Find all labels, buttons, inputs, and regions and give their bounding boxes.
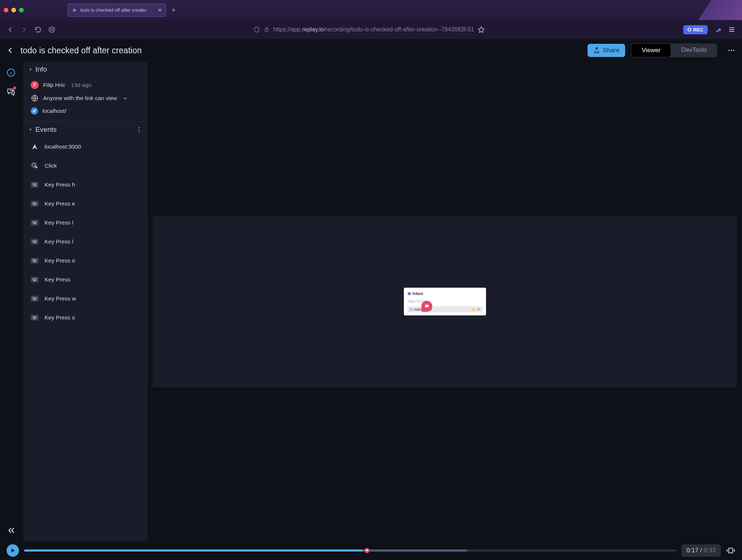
url-bar[interactable]: https://app.replay.io/recording/todo-is-… xyxy=(62,23,677,36)
view-toggle: Viewer DevTools xyxy=(631,43,717,57)
svg-rect-43 xyxy=(35,240,35,241)
event-label: Key Press w xyxy=(45,295,76,302)
reload-icon[interactable] xyxy=(34,26,42,33)
svg-rect-16 xyxy=(35,183,35,184)
events-section-header[interactable]: ▼ Events xyxy=(23,122,148,137)
maximize-window-button[interactable] xyxy=(19,8,24,12)
window-controls xyxy=(4,8,24,12)
author-name: Filip Hric xyxy=(43,82,65,88)
svg-rect-61 xyxy=(35,278,35,279)
sidebar-toggle-icon[interactable] xyxy=(48,26,56,33)
recording-url: localhost/ xyxy=(42,108,66,114)
focus-mode-button[interactable] xyxy=(726,546,735,555)
svg-rect-73 xyxy=(34,298,34,299)
svg-rect-33 xyxy=(34,221,34,222)
svg-rect-18 xyxy=(32,184,33,185)
comment-marker-icon[interactable] xyxy=(421,301,432,312)
recording-title: todo is checked off after creation xyxy=(20,46,582,55)
event-row[interactable]: Key Press xyxy=(23,270,148,289)
svg-rect-49 xyxy=(33,242,36,243)
event-type-icon xyxy=(31,276,39,284)
svg-rect-83 xyxy=(35,317,35,318)
event-type-icon xyxy=(31,314,39,322)
svg-rect-59 xyxy=(32,278,33,279)
svg-marker-1 xyxy=(74,8,77,12)
chevron-down-icon: ▼ xyxy=(28,67,32,72)
lock-icon[interactable] xyxy=(264,27,269,32)
timeline-track[interactable] xyxy=(24,549,676,552)
event-type-icon xyxy=(31,219,39,227)
back-icon[interactable] xyxy=(7,26,14,33)
svg-rect-26 xyxy=(36,202,37,203)
new-tab-button[interactable]: + xyxy=(171,5,176,15)
share-button[interactable]: Share xyxy=(588,44,625,57)
collapse-rail-button[interactable] xyxy=(7,526,15,534)
svg-rect-38 xyxy=(35,222,35,223)
bookmark-star-icon[interactable] xyxy=(478,26,485,33)
svg-rect-32 xyxy=(32,221,33,222)
event-row[interactable]: Key Press o xyxy=(23,251,148,270)
browser-tab[interactable]: todo is checked off after creatio ✕ xyxy=(68,4,166,17)
svg-rect-35 xyxy=(36,221,37,222)
shield-icon[interactable] xyxy=(253,26,260,33)
close-window-button[interactable] xyxy=(4,8,8,12)
preview-todo-app: ▣ Inbox New To-Do ☑ hello world ⭐ ⊖ xyxy=(404,288,486,315)
viewer-tab[interactable]: Viewer xyxy=(631,43,671,57)
svg-rect-23 xyxy=(32,202,33,203)
devtools-tab[interactable]: DevTools xyxy=(671,43,717,57)
event-row[interactable]: localhost:3000 xyxy=(23,137,148,156)
close-tab-icon[interactable]: ✕ xyxy=(158,7,162,13)
record-button[interactable]: REC xyxy=(683,25,708,34)
event-label: Key Press e xyxy=(45,200,75,207)
comments-rail-icon[interactable] xyxy=(7,87,15,96)
author-row: F Filip Hric 13d ago xyxy=(23,78,148,92)
menu-icon[interactable] xyxy=(728,26,735,33)
info-section-header[interactable]: ▼ Info xyxy=(23,62,148,77)
visibility-row[interactable]: Anyone with the link can view xyxy=(23,92,148,105)
share-label: Share xyxy=(603,47,619,54)
event-row[interactable]: Key Press w xyxy=(23,289,148,308)
info-body: F Filip Hric 13d ago Anyone with the lin… xyxy=(23,77,148,122)
svg-rect-54 xyxy=(32,260,33,261)
url-row[interactable]: localhost/ xyxy=(23,105,148,117)
event-row[interactable]: Click xyxy=(23,156,148,175)
event-row[interactable]: Key Press h xyxy=(23,175,148,194)
svg-rect-29 xyxy=(35,203,35,204)
app-body: ▼ Info F Filip Hric 13d ago Anyone with … xyxy=(0,62,742,541)
time-ago: 13d ago xyxy=(71,82,91,88)
svg-point-4 xyxy=(728,50,730,51)
svg-rect-76 xyxy=(33,299,36,300)
wrench-icon[interactable] xyxy=(714,26,722,33)
event-row[interactable]: Key Press o xyxy=(23,308,148,327)
minimize-window-button[interactable] xyxy=(11,8,16,12)
browser-tab-bar: todo is checked off after creatio ✕ + xyxy=(0,0,742,20)
events-menu-icon[interactable] xyxy=(136,126,142,133)
svg-rect-72 xyxy=(32,298,33,299)
timeline-comment-marker[interactable] xyxy=(364,548,370,553)
svg-rect-82 xyxy=(34,317,34,318)
svg-rect-28 xyxy=(34,203,34,204)
play-button[interactable] xyxy=(7,544,19,557)
svg-rect-81 xyxy=(32,317,33,318)
more-menu-button[interactable] xyxy=(727,46,735,54)
svg-rect-39 xyxy=(36,222,37,223)
url-text: https://app.replay.io/recording/todo-is-… xyxy=(273,26,474,33)
svg-rect-69 xyxy=(34,297,34,298)
svg-rect-44 xyxy=(36,240,37,241)
svg-rect-50 xyxy=(32,259,33,260)
app-back-button[interactable] xyxy=(7,46,15,54)
player-bar: 0:17 / 0:33 xyxy=(0,541,742,560)
event-row[interactable]: Key Press l xyxy=(23,213,148,232)
event-row[interactable]: Key Press l xyxy=(23,232,148,251)
svg-rect-66 xyxy=(36,279,37,280)
event-row[interactable]: Key Press e xyxy=(23,194,148,213)
forward-icon[interactable] xyxy=(20,26,28,33)
svg-rect-19 xyxy=(34,184,34,185)
info-rail-icon[interactable] xyxy=(7,68,15,77)
svg-rect-67 xyxy=(33,280,36,281)
event-type-icon xyxy=(31,143,39,151)
event-label: Key Press l xyxy=(45,238,73,245)
total-time: 0:33 xyxy=(704,547,716,554)
event-type-icon xyxy=(31,238,39,246)
notification-badge xyxy=(13,87,16,89)
